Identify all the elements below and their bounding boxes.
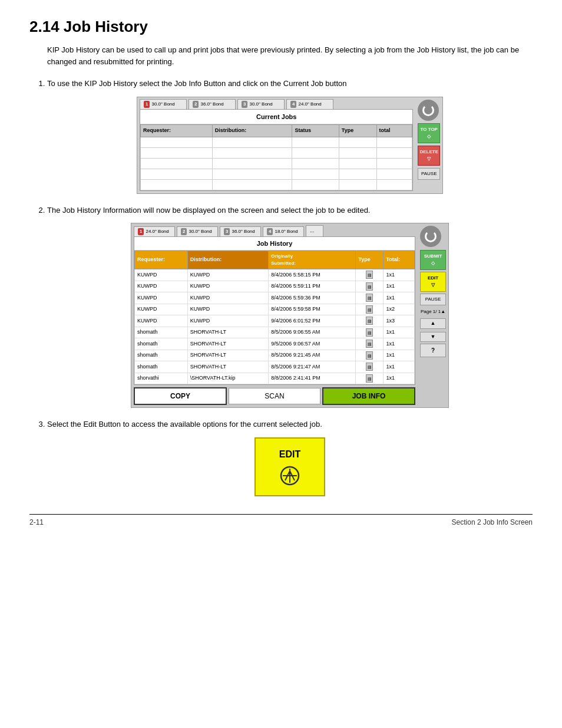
nav-up-button[interactable]: ▲ [420,318,446,329]
nav-down-button[interactable]: ▼ [420,332,446,342]
table-row[interactable]: KUWPDKUWPD9/4/2006 6:01:52 PM▤1x3 [135,315,415,327]
page-info: Page 1/ 1▲ [420,308,446,315]
s2-col-orig-submitted: OriginallySubmitted: [269,251,356,269]
col-requester: Requester: [141,125,213,137]
table-row[interactable]: shorvathi\SHORVATH-LT.kip8/8/2006 2:41:4… [135,373,415,384]
table-row[interactable]: KUWPDKUWPD8/4/2006 5:59:11 PM▤1x1 [135,281,415,292]
footer: 2-11 Section 2 Job Info Screen [29,514,533,526]
delete-button[interactable]: DELETE ▽ [418,146,440,166]
roll-tab-1[interactable]: 1 30.0" Bond [140,99,187,109]
roll-tab-3[interactable]: 3 30.0" Bond [237,99,285,109]
step-1: To use the KIP Job History select the Jo… [47,78,533,194]
col-total: total [376,125,412,137]
s2-col-requester: Requester: [135,251,188,269]
roll-tab-2[interactable]: 2 36.0" Bond [189,99,236,109]
jobinfo-button[interactable]: JOB INFO [322,387,415,405]
table-row[interactable] [141,158,412,169]
copy-button[interactable]: COPY [134,387,227,405]
footer-section: Section 2 Job Info Screen [452,518,533,526]
s2-roll-tab-2[interactable]: 2 30.0" Bond [177,226,218,236]
s2-roll-tab-4[interactable]: 4 18.0" Bond [263,226,304,236]
scan-button[interactable]: SCAN [229,388,320,404]
submit-button[interactable]: SUBMIT ◇ [420,250,446,270]
help-button[interactable]: ? [420,344,446,357]
step-3: Select the Edit Button to access the ava… [47,419,533,496]
power-icon [418,100,439,121]
footer-page: 2-11 [29,518,44,526]
screen1-tabs: 1 30.0" Bond 2 36.0" Bond 3 30.0" Bond [137,97,415,109]
table-row[interactable] [141,147,412,158]
edit-large-button[interactable]: EDIT [254,437,325,496]
s2-roll-tab-3[interactable]: 3 36.0" Bond [220,226,261,236]
power-icon-2 [420,226,441,247]
s2-col-distribution: Distribution: [187,251,268,269]
table-row[interactable] [141,179,412,190]
screen1-container: 1 30.0" Bond 2 36.0" Bond 3 30.0" Bond [137,97,443,194]
table-row[interactable]: KUWPDKUWPD8/4/2006 5:58:15 PM▤1x1 [135,269,415,281]
col-distribution: Distribution: [212,125,292,137]
table-row[interactable] [141,169,412,179]
s2-col-type: Type [356,251,384,269]
s2-roll-tab-more[interactable]: ... [306,225,323,236]
col-type: Type [339,125,376,137]
page-title: 2.14 Job History [29,18,533,36]
edit-icon [279,465,300,486]
pause-button[interactable]: PAUSE [418,168,440,180]
step-2: The Job History Information will now be … [47,205,533,409]
table-row[interactable]: shomathSHORVATH-LT9/5/2006 9:06:57 AM▤1x… [135,338,415,350]
table-row[interactable]: KUWPDKUWPD8/4/2006 5:59:36 PM▤1x1 [135,292,415,304]
edit-button[interactable]: EDIT ▽ [420,272,446,292]
roll-tab-4[interactable]: 4 24.0" Bond [286,99,333,109]
screen2-table: Requester: Distribution: OriginallySubmi… [134,251,415,384]
screen2-container: 1 24.0" Bond 2 30.0" Bond 3 36.0" Bond [131,223,449,408]
intro-text: KIP Job History can be used to call up a… [47,44,533,67]
screen2-sidebar: SUBMIT ◇ EDIT ▽ PAUSE Page 1/ 1▲ ▲ ▼ ? [418,223,448,407]
screen2-bottom-bar: COPY SCAN JOB INFO [131,385,418,407]
screen1-table: Requester: Distribution: Status Type tot… [140,124,412,190]
table-row[interactable]: KUWPDKUWPD8/4/2006 5:59:58 PM▤1x2 [135,304,415,315]
s2-roll-tab-1[interactable]: 1 24.0" Bond [134,226,175,236]
screen1-title: Current Jobs [140,110,412,125]
screen1-sidebar: TO TOP ◇ DELETE ▽ PAUSE [415,97,442,193]
pause-button-2[interactable]: PAUSE [420,294,446,305]
totop-button[interactable]: TO TOP ◇ [418,123,440,143]
screen2-title: Job History [134,237,415,251]
table-row[interactable]: shomathSHORVATH-LT8/5/2006 9:06:55 AM▤1x… [135,327,415,338]
screen2-tabs: 1 24.0" Bond 2 30.0" Bond 3 36.0" Bond [131,223,418,236]
table-row[interactable]: shomathSHORVATH-LT8/5/2006 9:21:47 AM▤1x… [135,361,415,373]
col-status: Status [292,125,339,137]
s2-col-total: Total: [384,251,415,269]
table-row[interactable]: shomathSHORVATH-LT8/5/2006 9:21:45 AM▤1x… [135,350,415,361]
table-row[interactable] [141,137,412,147]
